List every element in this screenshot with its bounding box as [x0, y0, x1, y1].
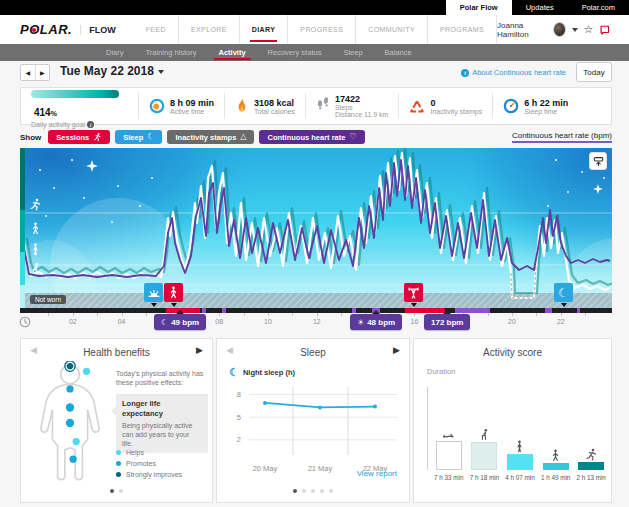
page-dot[interactable] [302, 489, 306, 493]
polar-logo[interactable]: POLAR. [20, 22, 72, 37]
sleep-next-arrow[interactable]: ▶ [393, 346, 400, 355]
subnav-diary[interactable]: Diary [95, 44, 135, 61]
subnav-sleep[interactable]: Sleep [332, 44, 373, 61]
nav-item-programs[interactable]: PROGRAMS [428, 15, 497, 44]
print-chart-button[interactable] [589, 152, 607, 170]
date-dropdown-icon [158, 70, 164, 74]
axis-tick [536, 313, 537, 316]
moon-icon: ☾ [229, 367, 239, 378]
axis-tick [268, 313, 269, 316]
stat-sleep-time: 6 h 22 minSleep time [493, 93, 578, 119]
nav-item-feed[interactable]: FEED [134, 15, 179, 44]
body-figure [33, 361, 107, 485]
nav-item-explore[interactable]: EXPLORE [179, 15, 240, 44]
next-day-button[interactable]: ▶ [36, 65, 50, 80]
score-y-axis [427, 387, 428, 470]
heart-icon: ♡ [349, 133, 356, 141]
moon-icon: ☾ [161, 318, 168, 327]
active-time-sun-icon [149, 98, 165, 114]
strength-session-tile[interactable] [404, 283, 423, 302]
score-bar[interactable] [507, 454, 533, 470]
sleep-mini-chart[interactable]: 8 5 2 20 May 21 May 22 May [227, 379, 403, 479]
stat-steps: 17422StepsDistance 11.9 km [306, 93, 400, 119]
filter-sleep[interactable]: Sleep☾ [115, 130, 162, 144]
sleep-point[interactable] [318, 405, 322, 409]
health-legend: Helps Promotes Strongly improves [116, 449, 182, 482]
bedtime-moon-tile[interactable]: ☾ [554, 283, 573, 302]
page-dot[interactable] [110, 489, 114, 493]
subnav-recovery-status[interactable]: Recovery status [257, 44, 333, 61]
score-label: 2 h 13 min [573, 474, 609, 481]
filter-sessions-label: Sessions [56, 133, 89, 142]
main-nav: POLAR. FLOW FEED EXPLORE DIARY PROGRESS … [0, 15, 629, 44]
chevron-down-icon[interactable] [572, 28, 578, 32]
score-bar[interactable] [578, 462, 604, 471]
nav-item-diary[interactable]: DIARY [240, 15, 289, 44]
notification-flag-icon[interactable] [599, 23, 611, 37]
page-dot[interactable] [311, 489, 315, 493]
axis-tick [317, 313, 318, 316]
steps-label: Steps [335, 104, 389, 111]
score-col-standing [502, 387, 538, 470]
activity-score-card: Activity score Duration [413, 338, 612, 503]
sleep-card: ◀ Sleep ▶ ☾Night sleep (h) 8 5 2 20 May … [216, 338, 410, 503]
stat-active-time: 8 h 09 minActive time [139, 93, 225, 119]
score-card-title: Activity score [414, 347, 611, 358]
tab-polar-com[interactable]: Polar.com [568, 0, 629, 15]
page-dot[interactable] [329, 489, 333, 493]
hr-chart-plot[interactable] [20, 148, 612, 313]
prev-day-button[interactable]: ◀ [21, 65, 36, 80]
sleep-min-hr-badge[interactable]: ☾49 bpm [154, 314, 206, 330]
triangle-icon: △ [240, 133, 246, 141]
filter-row: Show Sessions Sleep☾ Inactivity stamps△ … [20, 129, 612, 145]
today-button[interactable]: Today [576, 62, 612, 82]
subnav-activity[interactable]: Activity [208, 44, 257, 61]
tab-polar-flow[interactable]: Polar Flow [446, 0, 512, 15]
score-bar[interactable] [543, 463, 569, 470]
health-card-title: Health benefits [21, 347, 212, 358]
view-report-link[interactable]: View report [357, 469, 397, 478]
polar-flow-activity-page: Polar Flow Updates Polar.com POLAR. FLOW… [0, 0, 629, 507]
page-dot[interactable] [293, 489, 297, 493]
sleep-time-label: Sleep time [524, 108, 568, 115]
date-title[interactable]: Tue May 22 2018 [60, 64, 164, 78]
user-name[interactable]: Joanna Hamilton [497, 21, 547, 39]
page-dot[interactable] [119, 489, 123, 493]
legend-promotes-dot [116, 461, 121, 466]
nav-item-progress[interactable]: PROGRESS [288, 15, 356, 44]
sleep-point[interactable] [373, 405, 377, 409]
score-bar[interactable] [471, 442, 497, 470]
filter-inactivity[interactable]: Inactivity stamps△ [167, 130, 254, 144]
subnav-balance[interactable]: Balance [374, 44, 423, 61]
health-pagination [21, 489, 212, 493]
date-text: Tue May 22 2018 [60, 64, 154, 78]
page-dot[interactable] [320, 489, 324, 493]
score-duration-labels: 7 h 33 min 7 h 18 min 4 h 07 min 1 h 49 … [431, 474, 609, 481]
tab-updates[interactable]: Updates [512, 0, 568, 15]
goal-info-icon[interactable]: i [87, 121, 94, 128]
sleep-point[interactable] [263, 401, 267, 405]
goal-label: Daily activity goal [31, 121, 85, 128]
day-min-hr-badge[interactable]: ☀48 bpm [350, 314, 402, 330]
max-hr-badge[interactable]: 172 bpm [424, 314, 470, 330]
filter-chr-label: Continuous heart rate [267, 133, 345, 142]
health-next-arrow[interactable]: ▶ [196, 346, 203, 355]
about-chr-link[interactable]: iAbout Continuous heart rate [461, 68, 566, 77]
zone-walking-icon [29, 222, 42, 235]
svg-text:21 May: 21 May [308, 464, 333, 473]
filter-sessions[interactable]: Sessions [48, 130, 110, 144]
favorites-star-icon[interactable]: ☆ [584, 24, 594, 35]
axis-tick [219, 313, 220, 316]
score-col-lying [431, 387, 467, 470]
walk-session-tile[interactable] [164, 283, 183, 302]
continuous-hr-chart[interactable]: Not worn ☾ [20, 148, 612, 313]
wakeup-sunrise-tile[interactable] [144, 283, 163, 302]
avatar[interactable] [553, 22, 566, 37]
nav-item-community[interactable]: COMMUNITY [356, 15, 428, 44]
clock-icon [19, 316, 31, 328]
score-bar[interactable] [436, 441, 462, 470]
axis-hour-label: 04 [118, 318, 126, 325]
svg-text:2: 2 [237, 435, 241, 444]
filter-continuous-hr[interactable]: Continuous heart rate♡ [259, 130, 364, 144]
subnav-training-history[interactable]: Training history [135, 44, 208, 61]
